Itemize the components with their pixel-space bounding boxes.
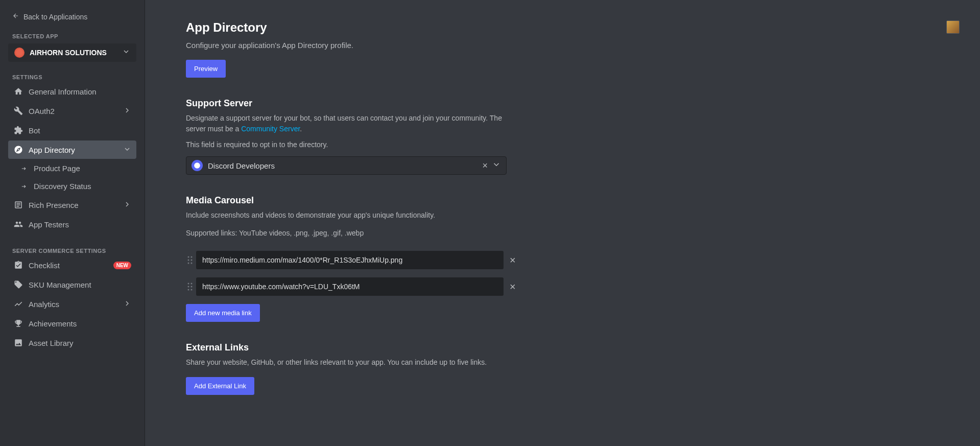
media-link-input[interactable] [196,277,504,296]
compass-icon [13,145,23,155]
nav-analytics[interactable]: Analytics [8,295,136,313]
media-link-row: × [186,277,523,296]
nav-label: Asset Library [29,339,131,347]
nav-label: Discovery Status [34,182,131,191]
nav-label: App Testers [29,220,131,229]
chevron-right-icon [123,299,131,309]
support-server-desc: Designate a support server for your bot,… [186,113,523,134]
add-external-link-button[interactable]: Add External Link [186,377,254,395]
selected-app-header: Selected App [8,29,136,41]
commerce-header: Server Commerce Settings [8,244,136,256]
app-selector[interactable]: AIRHORN SOLUTIONS [8,43,136,62]
nav-label: OAuth2 [29,107,123,115]
sidebar: Back to Applications Selected App AIRHOR… [0,0,145,446]
support-server-name: Discord Developers [208,161,482,170]
svg-point-8 [188,283,189,285]
arrow-left-icon [12,12,19,21]
external-links-section: External Links Share your website, GitHu… [186,342,523,395]
image-icon [13,338,23,348]
chevron-right-icon [123,106,131,116]
media-link-row: × [186,251,523,269]
svg-point-10 [188,286,189,288]
app-name-label: AIRHORN SOLUTIONS [30,49,122,57]
nav-label: Checklist [29,261,113,270]
svg-point-4 [188,260,189,261]
external-links-desc: Share your website, GitHub, or other lin… [186,357,523,368]
app-avatar-icon [14,48,25,58]
svg-point-3 [191,256,193,258]
nav-label: Analytics [29,300,123,309]
page-subtitle: Configure your application's App Directo… [186,41,353,50]
svg-point-1 [194,162,200,169]
new-badge: NEW [113,262,131,269]
main-content: App Directory Configure your application… [145,0,980,446]
nav-label: General Information [29,87,131,96]
community-server-link[interactable]: Community Server [241,125,300,133]
trophy-icon [13,318,23,328]
nav-label: Product Page [34,164,131,173]
nav-label: SKU Management [29,280,131,289]
chevron-right-icon [123,200,131,210]
back-to-applications-link[interactable]: Back to Applications [8,8,136,29]
media-link-input[interactable] [196,251,504,269]
svg-point-12 [188,289,189,291]
wrench-icon [13,106,23,116]
nav-label: Achievements [29,319,131,328]
support-server-section: Support Server Designate a support serve… [186,98,523,175]
puzzle-icon [13,125,23,135]
add-media-link-button[interactable]: Add new media link [186,304,260,322]
remove-icon[interactable]: × [510,254,516,266]
clear-icon[interactable]: × [482,160,488,171]
document-icon [13,200,23,210]
user-avatar[interactable] [946,20,960,34]
nav-asset-library[interactable]: Asset Library [8,334,136,352]
svg-point-13 [191,289,193,291]
media-carousel-section: Media Carousel Include screenshots and v… [186,195,523,322]
svg-point-2 [188,256,189,258]
nav-oauth2[interactable]: OAuth2 [8,102,136,120]
chart-icon [13,299,23,309]
drag-handle-icon[interactable] [186,256,194,264]
svg-point-6 [188,263,189,264]
support-server-title: Support Server [186,98,523,109]
svg-point-9 [191,283,193,285]
nav-checklist[interactable]: Checklist NEW [8,256,136,274]
nav-app-directory[interactable]: App Directory [8,140,136,159]
preview-button[interactable]: Preview [186,60,226,78]
back-link-label: Back to Applications [23,13,87,21]
chevron-down-icon[interactable] [492,160,501,171]
clipboard-icon [13,260,23,270]
nav-achievements[interactable]: Achievements [8,314,136,333]
sub-arrow-icon [20,165,29,173]
media-carousel-desc: Include screenshots and videos to demons… [186,210,523,221]
chevron-down-icon [123,145,131,155]
media-carousel-title: Media Carousel [186,195,523,206]
tag-icon [13,279,23,290]
nav-label: Rich Presence [29,201,123,209]
support-required-note: This field is required to opt in to the … [186,139,523,150]
page-title: App Directory [186,20,353,35]
svg-point-11 [191,286,193,288]
nav-sku-management[interactable]: SKU Management [8,275,136,294]
nav-app-testers[interactable]: App Testers [8,215,136,233]
nav-general-information[interactable]: General Information [8,82,136,101]
remove-icon[interactable]: × [510,281,516,293]
nav-rich-presence[interactable]: Rich Presence [8,196,136,214]
nav-product-page[interactable]: Product Page [8,160,136,177]
support-server-select[interactable]: Discord Developers × [186,156,507,175]
svg-point-7 [191,263,193,264]
sub-arrow-icon [20,182,29,191]
nav-discovery-status[interactable]: Discovery Status [8,178,136,195]
svg-point-5 [191,260,193,261]
nav-bot[interactable]: Bot [8,121,136,139]
external-links-title: External Links [186,342,523,353]
server-icon [192,160,203,171]
home-icon [13,86,23,97]
users-icon [13,219,23,229]
drag-handle-icon[interactable] [186,283,194,291]
nav-label: App Directory [29,146,123,154]
settings-header: Settings [8,70,136,82]
svg-point-0 [18,149,19,150]
media-supported-note: Supported links: YouTube videos, .png, .… [186,228,523,239]
nav-label: Bot [29,126,131,135]
